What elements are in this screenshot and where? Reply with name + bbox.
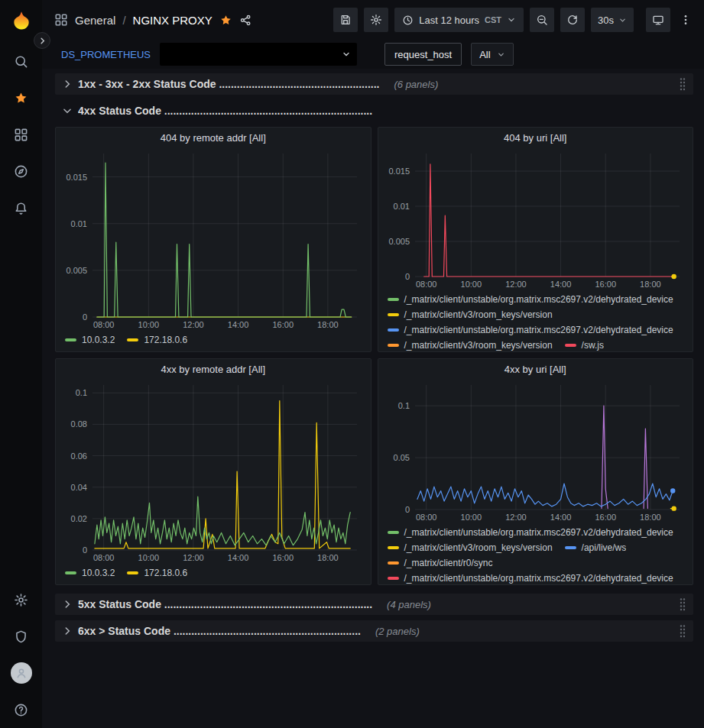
chart-canvas[interactable]: 08:0010:0012:0014:0016:0018:0000.050.1: [380, 379, 689, 523]
refresh-icon: [566, 14, 579, 26]
svg-text:18:00: 18:00: [640, 280, 661, 289]
svg-text:0: 0: [83, 545, 87, 555]
svg-text:0: 0: [404, 272, 409, 281]
svg-text:12:00: 12:00: [183, 553, 204, 562]
sidebar-item-help[interactable]: [0, 691, 42, 728]
legend-item[interactable]: /_matrix/client/v3/room_keys/version: [388, 540, 553, 555]
top-navbar: General / NGINX PROXY Last 12 hours: [42, 0, 704, 40]
legend-item[interactable]: 10.0.3.2: [65, 565, 115, 581]
legend-item[interactable]: /_matrix/client/v3/room_keys/version: [388, 338, 553, 351]
legend-item[interactable]: /_matrix/client/unstable/org.matrix.msc2…: [388, 322, 673, 338]
row-header-1xx-3xx-2xx[interactable]: 1xx - 3xx - 2xx Status Code ............…: [55, 73, 693, 95]
timezone-label: CST: [485, 15, 501, 24]
panel-title[interactable]: 4xx by uri [All]: [378, 359, 693, 379]
chart-canvas[interactable]: 08:0010:0012:0014:0016:0018:0000.0050.01…: [380, 147, 689, 290]
row-drag-handle[interactable]: [679, 77, 686, 91]
row-drag-handle[interactable]: [679, 597, 686, 611]
legend-item[interactable]: /_matrix/client/unstable/org.matrix.msc2…: [388, 525, 673, 540]
time-picker-button[interactable]: Last 12 hours CST: [394, 8, 524, 32]
legend-item[interactable]: 10.0.3.2: [65, 332, 115, 348]
legend-item[interactable]: /api/live/ws: [565, 540, 627, 555]
svg-text:12:00: 12:00: [505, 280, 527, 289]
svg-text:0.1: 0.1: [76, 388, 87, 397]
share-icon: [239, 14, 252, 27]
sidebar-item-dashboards[interactable]: [0, 116, 42, 153]
svg-text:18:00: 18:00: [317, 320, 339, 329]
row-header-6xx[interactable]: 6xx > Status Code ......................…: [55, 620, 693, 642]
sidebar-item-alerting[interactable]: [0, 189, 42, 226]
panel-title[interactable]: 4xx by remote addr [All]: [56, 359, 371, 379]
kebab-icon: [680, 14, 692, 26]
grafana-flame-icon: [10, 10, 33, 33]
sidebar-bottom-group: [0, 581, 42, 728]
favorite-star-button[interactable]: [219, 14, 232, 27]
sidebar-item-profile[interactable]: [0, 655, 42, 691]
chart-canvas[interactable]: 08:0010:0012:0014:0016:0018:0000.0050.01…: [57, 147, 366, 331]
dashboard-settings-button[interactable]: [364, 8, 388, 32]
zoom-out-button[interactable]: [530, 8, 554, 32]
refresh-button[interactable]: [560, 8, 585, 32]
sidebar-item-admin[interactable]: [0, 618, 42, 655]
svg-text:0.015: 0.015: [388, 167, 410, 176]
svg-text:0.01: 0.01: [393, 202, 409, 211]
row-header-5xx[interactable]: 5xx Status Code ........................…: [55, 594, 693, 615]
sidebar-item-explore[interactable]: [0, 153, 42, 189]
legend-item[interactable]: 172.18.0.6: [127, 565, 187, 581]
chart-legend: /_matrix/client/unstable/org.matrix.msc2…: [378, 523, 693, 584]
svg-text:0.015: 0.015: [66, 173, 87, 182]
legend-item[interactable]: /_matrix/client/v3/room_keys/version: [388, 307, 553, 322]
sidebar-item-search[interactable]: [0, 43, 42, 79]
panel-grid: 404 by remote addr [All] 08:0010:0012:00…: [55, 127, 693, 585]
row-panel-count: (4 panels): [387, 599, 431, 610]
row-panel-count: (6 panels): [394, 79, 438, 90]
legend-item[interactable]: /sw.js: [565, 338, 604, 351]
adhoc-filter-key[interactable]: request_host: [384, 43, 462, 66]
svg-text:16:00: 16:00: [272, 553, 294, 562]
svg-text:18:00: 18:00: [640, 513, 661, 522]
topbar-actions: Last 12 hours CST 30s: [333, 8, 695, 32]
legend-item[interactable]: /_matrix/client/unstable/org.matrix.msc2…: [388, 292, 673, 307]
grafana-app: General / NGINX PROXY Last 12 hours: [0, 0, 704, 728]
adhoc-filter-value-dropdown[interactable]: All: [471, 43, 513, 66]
svg-text:16:00: 16:00: [272, 320, 294, 329]
refresh-interval-dropdown[interactable]: 30s: [591, 8, 634, 32]
save-icon: [339, 14, 352, 26]
legend-item[interactable]: /_matrix/client/unstable/org.matrix.msc2…: [388, 571, 673, 584]
user-icon: [15, 666, 28, 680]
svg-text:16:00: 16:00: [595, 280, 616, 289]
panel-4xx-by-uri: 4xx by uri [All] 08:0010:0012:0014:0016:…: [378, 358, 694, 585]
chart-canvas[interactable]: 08:0010:0012:0014:0016:0018:0000.020.040…: [57, 379, 366, 564]
row-drag-handle[interactable]: [679, 624, 686, 638]
chevron-down-icon: [342, 50, 351, 59]
more-menu-button[interactable]: [676, 8, 695, 32]
svg-text:0.005: 0.005: [66, 266, 87, 275]
sidebar-item-configuration[interactable]: [0, 581, 42, 618]
svg-text:0.005: 0.005: [388, 237, 410, 246]
gear-icon: [14, 593, 28, 607]
sidebar-item-starred[interactable]: [0, 79, 42, 116]
sidebar-expand-button[interactable]: [34, 32, 50, 49]
gear-icon: [370, 14, 382, 26]
chevron-down-icon: [497, 50, 505, 59]
legend-item[interactable]: 172.18.0.6: [127, 332, 187, 348]
panel-title[interactable]: 404 by uri [All]: [378, 128, 693, 147]
breadcrumb-section[interactable]: General: [75, 14, 115, 27]
datasource-variable-label[interactable]: DS_PROMETHEUS: [61, 49, 151, 60]
zoom-out-icon: [536, 14, 548, 26]
chart-legend: /_matrix/client/unstable/org.matrix.msc2…: [378, 290, 693, 351]
cycle-view-button[interactable]: [646, 8, 670, 32]
row-header-4xx[interactable]: 4xx Status Code ........................…: [55, 100, 693, 121]
panel-title[interactable]: 404 by remote addr [All]: [56, 128, 371, 147]
svg-text:08:00: 08:00: [93, 553, 115, 562]
datasource-value-dropdown[interactable]: [160, 43, 357, 66]
legend-item[interactable]: /_matrix/client/r0/sync: [388, 555, 493, 571]
chevron-down-icon: [618, 16, 627, 24]
chevron-right-icon: [62, 626, 73, 636]
svg-text:0.05: 0.05: [393, 453, 409, 462]
svg-text:14:00: 14:00: [228, 320, 249, 329]
svg-text:10:00: 10:00: [460, 280, 482, 289]
time-range-label: Last 12 hours: [419, 15, 479, 26]
save-dashboard-button[interactable]: [333, 8, 358, 32]
share-button[interactable]: [239, 14, 252, 27]
row-title: 4xx Status Code ........................…: [78, 105, 372, 117]
